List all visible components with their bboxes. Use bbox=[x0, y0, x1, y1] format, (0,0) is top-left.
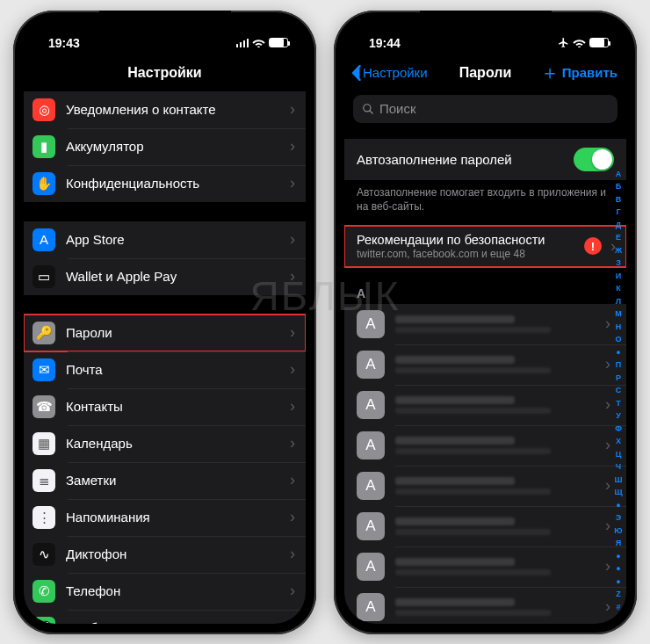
chevron-right-icon: › bbox=[290, 100, 295, 119]
chevron-right-icon: › bbox=[290, 619, 295, 624]
index-letter[interactable]: У bbox=[612, 412, 625, 420]
index-letter[interactable]: Ш bbox=[612, 476, 625, 484]
index-letter[interactable]: ● bbox=[612, 502, 625, 510]
password-entry[interactable]: A› bbox=[344, 425, 626, 466]
chevron-right-icon: › bbox=[290, 471, 295, 489]
chevron-right-icon: › bbox=[290, 267, 295, 286]
settings-row-appstore[interactable]: AApp Store› bbox=[24, 221, 306, 258]
index-letter[interactable]: Т bbox=[612, 400, 625, 408]
index-letter[interactable]: З bbox=[612, 259, 625, 267]
settings-row-notes[interactable]: ≣Заметки› bbox=[24, 462, 306, 499]
settings-row-voicememo[interactable]: ∿Диктофон› bbox=[24, 536, 306, 573]
security-recommendations-row[interactable]: Рекомендации по безопасности twitter.com… bbox=[344, 226, 626, 267]
index-letter[interactable]: П bbox=[612, 361, 625, 369]
password-list[interactable]: A›A›A›A›A›A›A›A›A› bbox=[344, 304, 626, 624]
index-letter[interactable]: Ж bbox=[612, 247, 625, 255]
index-letter[interactable]: Щ bbox=[612, 488, 625, 496]
index-letter[interactable]: Я bbox=[612, 539, 625, 547]
chevron-right-icon: › bbox=[605, 355, 610, 373]
row-label: Телефон bbox=[66, 583, 279, 598]
settings-row-privacy[interactable]: ✋Конфиденциальность› bbox=[24, 165, 306, 202]
index-letter[interactable]: А bbox=[612, 170, 625, 178]
index-letter[interactable]: Е bbox=[612, 234, 625, 242]
index-letter[interactable]: ● bbox=[612, 565, 625, 573]
alert-icon: ! bbox=[584, 237, 602, 255]
index-letter[interactable]: Б bbox=[612, 183, 625, 191]
password-entry[interactable]: A› bbox=[344, 587, 626, 624]
password-entry[interactable]: A› bbox=[344, 466, 626, 506]
index-letter[interactable]: Л bbox=[612, 298, 625, 306]
chevron-right-icon: › bbox=[605, 395, 610, 414]
index-letter[interactable]: Ю bbox=[612, 527, 625, 535]
password-entry[interactable]: A› bbox=[344, 506, 626, 546]
page-title: Настройки bbox=[127, 65, 201, 81]
search-icon bbox=[362, 103, 374, 115]
notes-icon: ≣ bbox=[32, 469, 55, 492]
autofill-switch[interactable] bbox=[574, 148, 614, 171]
settings-row-wallet[interactable]: ▭Wallet и Apple Pay› bbox=[24, 258, 306, 295]
index-letter[interactable]: Р bbox=[612, 374, 625, 382]
settings-row-contacts[interactable]: ☎Контакты› bbox=[24, 388, 306, 425]
index-letter[interactable]: Д bbox=[612, 221, 625, 229]
password-entry[interactable]: A› bbox=[344, 304, 626, 344]
settings-row-reminders[interactable]: ⋮Напоминания› bbox=[24, 499, 306, 536]
back-button[interactable]: Настройки bbox=[351, 56, 428, 90]
edit-button[interactable]: Править bbox=[562, 56, 618, 90]
status-time: 19:44 bbox=[369, 36, 401, 50]
settings-row-mail[interactable]: ✉Почта› bbox=[24, 351, 306, 388]
index-letter[interactable]: Г bbox=[612, 208, 625, 216]
reminders-icon: ⋮ bbox=[32, 506, 55, 529]
index-letter[interactable]: М bbox=[612, 310, 625, 318]
settings-list[interactable]: ◎Уведомления о контакте›▮Аккумулятор›✋Ко… bbox=[24, 90, 306, 624]
passwords-icon: 🔑 bbox=[32, 322, 55, 344]
index-letter[interactable]: ● bbox=[612, 553, 625, 561]
site-initial-icon: A bbox=[357, 593, 385, 621]
index-letter[interactable]: О bbox=[612, 336, 625, 344]
chevron-right-icon: › bbox=[605, 315, 610, 333]
row-label: Уведомления о контакте bbox=[66, 102, 279, 117]
notch bbox=[99, 11, 231, 32]
autofill-row[interactable]: Автозаполнение паролей bbox=[344, 139, 626, 180]
settings-row-phone[interactable]: ✆Телефон› bbox=[24, 573, 306, 610]
index-letter[interactable]: Ф bbox=[612, 425, 625, 433]
password-entry[interactable]: A› bbox=[344, 385, 626, 425]
row-label: Диктофон bbox=[66, 546, 279, 561]
index-letter[interactable]: И bbox=[612, 272, 625, 280]
settings-row-contact-notifications[interactable]: ◎Уведомления о контакте› bbox=[24, 91, 306, 128]
index-letter[interactable]: Ч bbox=[612, 463, 625, 471]
mail-icon: ✉ bbox=[32, 358, 55, 381]
settings-row-battery[interactable]: ▮Аккумулятор› bbox=[24, 128, 306, 165]
row-label: Календарь bbox=[66, 436, 279, 451]
settings-row-passwords[interactable]: 🔑Пароли› bbox=[24, 315, 306, 351]
index-letter[interactable]: ● bbox=[612, 578, 625, 586]
index-letter[interactable]: В bbox=[612, 196, 625, 204]
index-letter[interactable]: Э bbox=[612, 514, 625, 522]
index-letter[interactable]: Z bbox=[612, 590, 625, 598]
screen-settings: 19:43 Настройки ◎Уведомления о контакте›… bbox=[24, 21, 306, 624]
appstore-icon: A bbox=[32, 228, 55, 251]
index-letter[interactable]: С bbox=[612, 387, 625, 394]
row-label: Почта bbox=[66, 362, 279, 377]
chevron-right-icon: › bbox=[290, 434, 295, 452]
autofill-block: Автозаполнение паролей bbox=[344, 139, 626, 180]
settings-row-messages[interactable]: 💬Сообщения› bbox=[24, 610, 306, 624]
svg-line-1 bbox=[370, 110, 373, 113]
notch bbox=[420, 11, 552, 32]
index-letter[interactable]: К bbox=[612, 285, 625, 293]
chevron-right-icon: › bbox=[605, 517, 610, 535]
contact-notifications-icon: ◎ bbox=[32, 98, 55, 121]
search-input[interactable]: Поиск bbox=[353, 95, 618, 123]
index-letter[interactable]: Ц bbox=[612, 451, 625, 459]
reco-subtitle: twitter.com, facebook.com и еще 48 bbox=[357, 248, 575, 260]
password-entry[interactable]: A› bbox=[344, 546, 626, 587]
add-button[interactable]: ＋ bbox=[540, 56, 560, 90]
row-label: Пароли bbox=[66, 325, 279, 340]
page-title: Пароли bbox=[459, 65, 512, 81]
index-letter[interactable]: # bbox=[612, 604, 625, 611]
settings-row-calendar[interactable]: ▦Календарь› bbox=[24, 425, 306, 462]
index-letter[interactable]: Н bbox=[612, 323, 625, 331]
index-letter[interactable]: Х bbox=[612, 438, 625, 445]
password-entry[interactable]: A› bbox=[344, 344, 626, 385]
section-index[interactable]: АБВГДЕЖЗИКЛМНО●ПРСТУФХЦЧШЩ●ЭЮЯ●●●Z# bbox=[612, 170, 625, 611]
index-letter[interactable]: ● bbox=[612, 349, 625, 357]
